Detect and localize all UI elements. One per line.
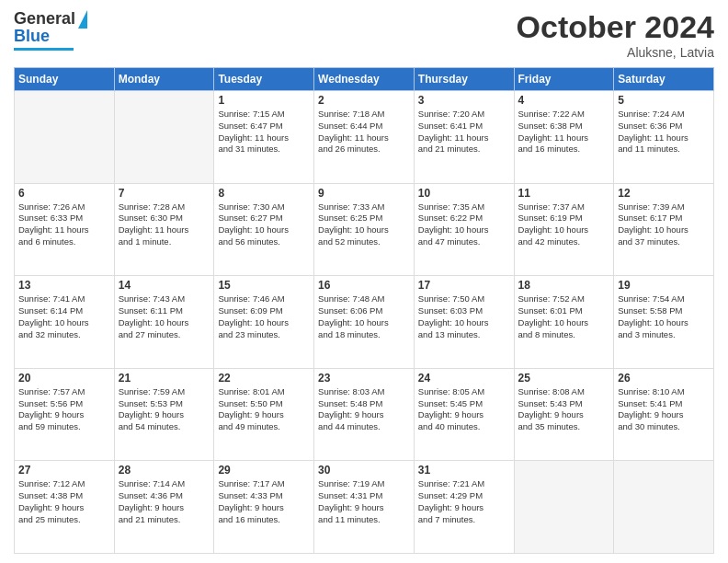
day-content: Sunrise: 7:24 AM Sunset: 6:36 PM Dayligh… (618, 109, 710, 155)
day-number: 11 (518, 187, 610, 200)
day-content: Sunrise: 7:19 AM Sunset: 4:31 PM Dayligh… (318, 478, 410, 525)
day-content: Sunrise: 7:50 AM Sunset: 6:03 PM Dayligh… (418, 293, 510, 340)
day-number: 30 (318, 464, 410, 477)
day-number: 13 (18, 279, 110, 292)
table-row: 14Sunrise: 7:43 AM Sunset: 6:11 PM Dayli… (114, 276, 214, 369)
day-content: Sunrise: 7:48 AM Sunset: 6:06 PM Dayligh… (318, 293, 410, 340)
table-row: 26Sunrise: 8:10 AM Sunset: 5:41 PM Dayli… (614, 368, 714, 461)
day-number: 1 (218, 94, 310, 107)
day-content: Sunrise: 7:41 AM Sunset: 6:14 PM Dayligh… (18, 293, 110, 340)
table-row: 7Sunrise: 7:28 AM Sunset: 6:30 PM Daylig… (114, 183, 214, 276)
calendar-week-row: 20Sunrise: 7:57 AM Sunset: 5:56 PM Dayli… (15, 368, 714, 461)
table-row: 21Sunrise: 7:59 AM Sunset: 5:53 PM Dayli… (114, 368, 214, 461)
col-wednesday: Wednesday (314, 68, 415, 91)
day-number: 6 (18, 187, 110, 200)
table-row: 30Sunrise: 7:19 AM Sunset: 4:31 PM Dayli… (314, 461, 415, 554)
day-content: Sunrise: 7:37 AM Sunset: 6:19 PM Dayligh… (518, 201, 610, 248)
day-content: Sunrise: 7:30 AM Sunset: 6:27 PM Dayligh… (218, 201, 310, 248)
table-row: 18Sunrise: 7:52 AM Sunset: 6:01 PM Dayli… (514, 276, 614, 369)
day-content: Sunrise: 8:10 AM Sunset: 5:41 PM Dayligh… (618, 386, 710, 433)
day-content: Sunrise: 7:14 AM Sunset: 4:36 PM Dayligh… (119, 478, 210, 525)
day-number: 19 (618, 279, 710, 292)
day-number: 17 (418, 279, 510, 292)
day-content: Sunrise: 8:03 AM Sunset: 5:48 PM Dayligh… (318, 386, 410, 433)
day-content: Sunrise: 7:17 AM Sunset: 4:33 PM Dayligh… (218, 478, 310, 525)
table-row: 4Sunrise: 7:22 AM Sunset: 6:38 PM Daylig… (514, 91, 614, 184)
day-content: Sunrise: 7:54 AM Sunset: 5:58 PM Dayligh… (618, 293, 710, 340)
logo-underline (14, 48, 74, 51)
table-row: 10Sunrise: 7:35 AM Sunset: 6:22 PM Dayli… (414, 183, 514, 276)
day-number: 14 (119, 279, 210, 292)
table-row: 20Sunrise: 7:57 AM Sunset: 5:56 PM Dayli… (15, 368, 115, 461)
day-content: Sunrise: 7:22 AM Sunset: 6:38 PM Dayligh… (518, 109, 610, 155)
table-row (514, 461, 614, 554)
day-content: Sunrise: 8:05 AM Sunset: 5:45 PM Dayligh… (418, 386, 510, 433)
col-saturday: Saturday (614, 68, 714, 91)
day-content: Sunrise: 7:33 AM Sunset: 6:25 PM Dayligh… (318, 201, 410, 248)
day-content: Sunrise: 7:52 AM Sunset: 6:01 PM Dayligh… (518, 293, 610, 340)
day-content: Sunrise: 7:43 AM Sunset: 6:11 PM Dayligh… (119, 293, 210, 340)
day-number: 15 (218, 279, 310, 292)
table-row: 6Sunrise: 7:26 AM Sunset: 6:33 PM Daylig… (15, 183, 115, 276)
table-row (614, 461, 714, 554)
day-number: 9 (318, 187, 410, 200)
day-number: 7 (119, 187, 210, 200)
day-number: 10 (418, 187, 510, 200)
logo-blue-text: Blue (14, 27, 50, 46)
table-row: 13Sunrise: 7:41 AM Sunset: 6:14 PM Dayli… (15, 276, 115, 369)
table-row: 15Sunrise: 7:46 AM Sunset: 6:09 PM Dayli… (214, 276, 314, 369)
day-content: Sunrise: 7:57 AM Sunset: 5:56 PM Dayligh… (18, 386, 110, 433)
day-number: 20 (18, 372, 110, 385)
table-row: 5Sunrise: 7:24 AM Sunset: 6:36 PM Daylig… (614, 91, 714, 184)
table-row (114, 91, 214, 184)
table-row: 2Sunrise: 7:18 AM Sunset: 6:44 PM Daylig… (314, 91, 415, 184)
day-content: Sunrise: 7:18 AM Sunset: 6:44 PM Dayligh… (318, 109, 410, 155)
day-number: 16 (318, 279, 410, 292)
table-row: 31Sunrise: 7:21 AM Sunset: 4:29 PM Dayli… (414, 461, 514, 554)
col-tuesday: Tuesday (214, 68, 314, 91)
logo-general-text: General (14, 9, 75, 29)
day-number: 31 (418, 464, 510, 477)
day-number: 29 (218, 464, 310, 477)
table-row: 9Sunrise: 7:33 AM Sunset: 6:25 PM Daylig… (314, 183, 415, 276)
table-row: 22Sunrise: 8:01 AM Sunset: 5:50 PM Dayli… (214, 368, 314, 461)
day-number: 5 (618, 94, 710, 107)
day-number: 18 (518, 279, 610, 292)
table-row (15, 91, 115, 184)
col-thursday: Thursday (414, 68, 514, 91)
logo: General Blue (14, 9, 87, 51)
day-number: 23 (318, 372, 410, 385)
table-row: 3Sunrise: 7:20 AM Sunset: 6:41 PM Daylig… (414, 91, 514, 184)
day-content: Sunrise: 7:46 AM Sunset: 6:09 PM Dayligh… (218, 293, 310, 340)
day-number: 28 (119, 464, 210, 477)
day-content: Sunrise: 7:21 AM Sunset: 4:29 PM Dayligh… (418, 478, 510, 525)
day-number: 21 (119, 372, 210, 385)
day-number: 8 (218, 187, 310, 200)
calendar-week-row: 6Sunrise: 7:26 AM Sunset: 6:33 PM Daylig… (15, 183, 714, 276)
day-content: Sunrise: 8:08 AM Sunset: 5:43 PM Dayligh… (518, 386, 610, 433)
day-content: Sunrise: 7:26 AM Sunset: 6:33 PM Dayligh… (18, 201, 110, 248)
month-title: October 2024 (517, 9, 714, 45)
day-number: 25 (518, 372, 610, 385)
table-row: 19Sunrise: 7:54 AM Sunset: 5:58 PM Dayli… (614, 276, 714, 369)
calendar-week-row: 1Sunrise: 7:15 AM Sunset: 6:47 PM Daylig… (15, 91, 714, 184)
table-row: 12Sunrise: 7:39 AM Sunset: 6:17 PM Dayli… (614, 183, 714, 276)
table-row: 23Sunrise: 8:03 AM Sunset: 5:48 PM Dayli… (314, 368, 415, 461)
day-content: Sunrise: 8:01 AM Sunset: 5:50 PM Dayligh… (218, 386, 310, 433)
location: Aluksne, Latvia (517, 45, 714, 60)
table-row: 24Sunrise: 8:05 AM Sunset: 5:45 PM Dayli… (414, 368, 514, 461)
page: General Blue October 2024 Aluksne, Latvi… (0, 0, 728, 563)
table-row: 27Sunrise: 7:12 AM Sunset: 4:38 PM Dayli… (15, 461, 115, 554)
col-sunday: Sunday (15, 68, 115, 91)
table-row: 8Sunrise: 7:30 AM Sunset: 6:27 PM Daylig… (214, 183, 314, 276)
day-content: Sunrise: 7:12 AM Sunset: 4:38 PM Dayligh… (18, 478, 110, 525)
calendar-week-row: 13Sunrise: 7:41 AM Sunset: 6:14 PM Dayli… (15, 276, 714, 369)
day-number: 12 (618, 187, 710, 200)
table-row: 1Sunrise: 7:15 AM Sunset: 6:47 PM Daylig… (214, 91, 314, 184)
day-content: Sunrise: 7:35 AM Sunset: 6:22 PM Dayligh… (418, 201, 510, 248)
day-number: 26 (618, 372, 710, 385)
col-friday: Friday (514, 68, 614, 91)
logo-triangle-icon (78, 10, 87, 29)
day-number: 27 (18, 464, 110, 477)
day-content: Sunrise: 7:28 AM Sunset: 6:30 PM Dayligh… (119, 201, 210, 248)
